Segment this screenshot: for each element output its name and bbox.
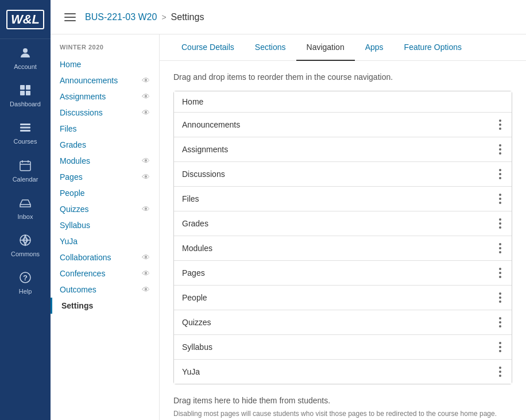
course-nav-assignments-label: Assignments [60,92,106,101]
nav-item-grades[interactable]: Grades [174,211,512,236]
syllabus-menu-button[interactable] [497,341,504,353]
courses-icon [17,120,33,136]
sidebar-item-calendar[interactable]: Calendar [0,152,51,189]
nav-item-people[interactable]: People [174,286,512,310]
visible-nav-items-list: Home Announcements Assignments [173,91,512,384]
nav-item-discussions-label: Discussions [182,169,225,179]
nav-item-home[interactable]: Home [174,91,512,113]
course-nav-yuja[interactable]: YuJa [51,233,159,249]
discussions-menu-button[interactable] [497,168,504,180]
course-nav-discussions-label: Discussions [60,108,103,117]
breadcrumb-current-page: Settings [171,12,204,22]
discussions-visibility-icon[interactable]: 👁 [142,108,150,117]
sidebar-item-commons[interactable]: Commons [0,226,51,264]
course-nav-grades[interactable]: Grades [51,137,159,153]
hidden-section-subtitle: Disabling most pages will cause students… [173,409,512,419]
logo-text: W&L [6,10,44,29]
nav-item-announcements[interactable]: Announcements [174,113,512,137]
nav-item-announcements-label: Announcements [182,120,240,129]
modules-visibility-icon[interactable]: 👁 [142,156,150,165]
svg-rect-1 [20,85,25,90]
course-nav-syllabus-label: Syllabus [60,221,90,230]
sidebar-calendar-label: Calendar [13,176,38,183]
assignments-visibility-icon[interactable]: 👁 [142,92,150,101]
tab-apps[interactable]: Apps [355,34,394,61]
commons-icon [17,232,33,248]
conferences-visibility-icon[interactable]: 👁 [142,269,150,278]
course-nav-pages[interactable]: Pages 👁 [51,169,159,185]
grades-menu-button[interactable] [497,217,504,230]
nav-item-pages[interactable]: Pages [174,261,512,286]
pages-menu-button[interactable] [497,267,504,279]
hamburger-button[interactable] [62,11,78,24]
sidebar-item-inbox[interactable]: Inbox [0,189,51,226]
course-nav-home[interactable]: Home [51,56,159,72]
sidebar-item-account[interactable]: Account [0,39,51,76]
tab-feature-options[interactable]: Feature Options [394,34,472,61]
course-nav-settings[interactable]: Settings [51,298,159,314]
course-nav-collaborations-label: Collaborations [60,253,111,262]
nav-item-modules[interactable]: Modules [174,236,512,261]
course-nav-outcomes[interactable]: Outcomes 👁 [51,282,159,298]
course-sidebar: WINTER 2020 Home Announcements 👁 Assignm… [51,34,160,420]
course-nav-announcements-label: Announcements [60,76,118,85]
nav-item-discussions[interactable]: Discussions [174,162,512,187]
breadcrumb-course-link[interactable]: BUS-221-03 W20 [85,12,157,22]
course-nav-modules[interactable]: Modules 👁 [51,153,159,169]
svg-point-0 [23,48,28,53]
course-nav-conferences[interactable]: Conferences 👁 [51,265,159,282]
course-nav-grades-label: Grades [60,140,86,149]
nav-item-syllabus-label: Syllabus [182,342,212,352]
tab-sections[interactable]: Sections [245,34,296,61]
announcements-menu-button[interactable] [497,118,504,131]
nav-item-grades-label: Grades [182,219,208,228]
sidebar-account-label: Account [14,63,37,71]
tab-course-details[interactable]: Course Details [171,34,245,61]
course-nav-assignments[interactable]: Assignments 👁 [51,88,159,105]
sidebar-dashboard-label: Dashboard [10,101,41,108]
settings-tabs: Course Details Sections Navigation Apps … [160,34,526,61]
course-nav-discussions[interactable]: Discussions 👁 [51,105,159,121]
sidebar-item-courses[interactable]: Courses [0,114,51,151]
collaborations-visibility-icon[interactable]: 👁 [142,253,150,262]
pages-visibility-icon[interactable]: 👁 [142,172,150,182]
svg-rect-2 [26,85,30,90]
course-nav-files-label: Files [60,124,77,133]
course-nav-people[interactable]: People [51,185,159,201]
nav-item-assignments[interactable]: Assignments [174,137,512,162]
page-header: BUS-221-03 W20 > Settings [51,0,526,34]
nav-item-files[interactable]: Files [174,187,512,211]
people-menu-button[interactable] [497,291,504,304]
nav-item-syllabus[interactable]: Syllabus [174,335,512,360]
content-area: WINTER 2020 Home Announcements 👁 Assignm… [51,34,526,420]
svg-rect-7 [20,130,30,132]
course-nav-modules-label: Modules [60,156,90,165]
files-menu-button[interactable] [497,192,504,205]
nav-item-quizzes-label: Quizzes [182,318,211,327]
account-icon [17,45,33,61]
nav-item-pages-label: Pages [182,268,205,278]
course-nav-announcements[interactable]: Announcements 👁 [51,72,159,88]
yuja-menu-button[interactable] [497,365,504,378]
assignments-menu-button[interactable] [497,143,504,156]
tab-navigation[interactable]: Navigation [296,34,355,61]
quizzes-visibility-icon[interactable]: 👁 [142,205,150,214]
navigation-settings: Drag and drop items to reorder them in t… [160,61,526,420]
course-nav-collaborations[interactable]: Collaborations 👁 [51,249,159,265]
outcomes-visibility-icon[interactable]: 👁 [142,285,150,294]
nav-item-yuja-label: YuJa [182,367,200,376]
announcements-visibility-icon[interactable]: 👁 [142,76,150,85]
course-nav-syllabus[interactable]: Syllabus [51,217,159,233]
sidebar-item-dashboard[interactable]: Dashboard [0,76,51,114]
modules-menu-button[interactable] [497,242,504,255]
sidebar-help-label: Help [19,288,32,295]
quizzes-menu-button[interactable] [497,316,504,329]
nav-item-quizzes[interactable]: Quizzes [174,310,512,335]
nav-item-yuja[interactable]: YuJa [174,360,512,384]
course-nav-quizzes[interactable]: Quizzes 👁 [51,201,159,217]
course-nav-files[interactable]: Files [51,121,159,137]
sidebar-item-help[interactable]: ? Help [0,264,51,301]
svg-rect-5 [20,124,30,125]
nav-item-home-label: Home [182,97,203,106]
sidebar-inbox-label: Inbox [18,213,33,221]
